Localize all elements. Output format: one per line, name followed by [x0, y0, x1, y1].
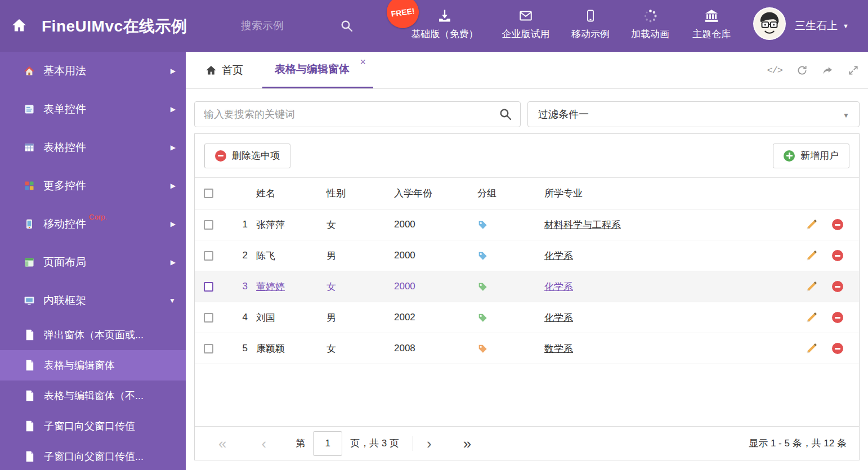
sidebar-item-iframe[interactable]: 内联框架 ▼ [0, 281, 186, 320]
row-number: 3 [230, 281, 248, 292]
forward-icon[interactable] [822, 65, 834, 76]
cell-year: 2008 [388, 343, 473, 354]
edit-icon[interactable] [806, 219, 817, 230]
table-row-selected[interactable]: 3 董婷婷 女 2000 化学系 [195, 271, 859, 302]
edit-icon[interactable] [806, 343, 817, 354]
nav-theme-repo[interactable]: 主题仓库 [684, 7, 739, 47]
column-header-group[interactable]: 分组 [473, 187, 538, 200]
search-icon[interactable] [499, 108, 512, 121]
add-user-button[interactable]: 新增用户 [773, 144, 849, 168]
user-menu[interactable]: 三生石上 ▼ [795, 0, 849, 52]
sidebar-item-label: 表格控件 [43, 140, 86, 155]
row-checkbox[interactable] [204, 344, 213, 353]
table-row[interactable]: 5 康颖颖 女 2008 数学系 [195, 333, 859, 364]
sidebar-item-page-layout[interactable]: 页面布局 ▶ [0, 243, 186, 281]
select-all-checkbox[interactable] [204, 189, 213, 198]
button-label: 新增用户 [800, 149, 839, 162]
pager-first-icon[interactable]: « [218, 436, 226, 451]
delete-icon[interactable] [832, 281, 843, 292]
cell-name: 张萍萍 [248, 218, 321, 231]
fullscreen-icon[interactable] [848, 65, 859, 76]
table-row[interactable]: 4 刘国 男 2002 化学系 [195, 302, 859, 333]
delete-icon[interactable] [832, 312, 843, 323]
filter-dropdown[interactable]: 过滤条件一 ▼ [527, 101, 860, 127]
major-link[interactable]: 化学系 [544, 311, 573, 324]
code-icon[interactable]: </> [767, 65, 782, 76]
row-checkbox[interactable] [204, 282, 213, 292]
sidebar-item-mobile-controls[interactable]: 移动控件 Corp. ▶ [0, 205, 186, 243]
major-link[interactable]: 数学系 [544, 342, 573, 355]
pager-last-icon[interactable]: » [463, 436, 471, 451]
column-header-name[interactable]: 姓名 [248, 187, 321, 200]
row-checkbox[interactable] [204, 251, 213, 261]
major-link[interactable]: 材料科学与工程系 [544, 218, 621, 231]
edit-icon[interactable] [806, 250, 817, 261]
sidebar-subitem-popup-window[interactable]: 弹出窗体（本页面或... [0, 320, 186, 350]
nav-label: 基础版（免费） [411, 28, 478, 41]
caret-down-icon: ▼ [843, 111, 849, 119]
cell-year: 2002 [388, 312, 473, 323]
sidebar-subitem-child-to-parent[interactable]: 子窗口向父窗口传值 [0, 411, 186, 441]
tag-icon [477, 343, 487, 353]
tab-label: 首页 [222, 63, 243, 78]
delete-icon[interactable] [832, 343, 843, 354]
sidebar-item-label: 基本用法 [43, 64, 86, 78]
major-link[interactable]: 化学系 [544, 280, 573, 293]
tab-grid-edit-window[interactable]: 表格与编辑窗体 × [262, 52, 373, 88]
nav-enterprise-trial[interactable]: 企业版试用 [493, 7, 559, 47]
sidebar-subitem-grid-edit-window[interactable]: 表格与编辑窗体 [0, 350, 186, 381]
tag-icon [477, 250, 487, 261]
phone-icon [24, 218, 35, 230]
bank-icon [704, 7, 719, 24]
nav-mobile-demo[interactable]: 移动示例 [563, 7, 618, 47]
delete-selected-button[interactable]: 删除选中项 [204, 144, 290, 168]
pager-next-icon[interactable]: › [427, 436, 432, 451]
refresh-icon[interactable] [797, 65, 808, 76]
delete-icon[interactable] [832, 219, 843, 230]
row-checkbox[interactable] [204, 313, 213, 323]
sidebar-item-grid-controls[interactable]: 表格控件 ▶ [0, 128, 186, 167]
layout-icon [24, 257, 35, 268]
major-link[interactable]: 化学系 [544, 249, 573, 262]
tab-toolbar: </> [767, 52, 859, 89]
keyword-search-input[interactable] [194, 101, 521, 127]
delete-icon[interactable] [832, 250, 843, 261]
search-icon[interactable] [340, 19, 354, 33]
table-row[interactable]: 2 陈飞 男 2000 化学系 [195, 240, 859, 271]
column-header-gender[interactable]: 性别 [321, 187, 388, 200]
nav-label: 主题仓库 [692, 28, 731, 41]
table-row[interactable]: 1 张萍萍 女 2000 材料科学与工程系 [195, 209, 859, 240]
sidebar-subitem-child-to-parent-2[interactable]: 子窗口向父窗口传值... [0, 441, 186, 470]
sidebar-subitem-label: 表格与编辑窗体 [44, 359, 115, 372]
pager-prev-icon[interactable]: ‹ [261, 436, 266, 451]
content-area: 过滤条件一 ▼ 删除选中项 新增用户 姓名 性别 入学年份 [186, 89, 868, 460]
header-search-input[interactable] [241, 15, 331, 37]
nav-loading-animation[interactable]: 加载动画 [623, 7, 677, 47]
file-icon [25, 420, 34, 432]
close-icon[interactable]: × [360, 57, 366, 67]
column-header-year[interactable]: 入学年份 [388, 187, 473, 200]
edit-icon[interactable] [806, 281, 817, 292]
row-number: 5 [230, 343, 248, 354]
table-header-row: 姓名 性别 入学年份 分组 所学专业 [195, 178, 859, 209]
mobile-icon [584, 7, 597, 24]
row-number: 2 [230, 250, 248, 261]
sidebar-item-basic-usage[interactable]: 基本用法 ▶ [0, 52, 186, 90]
page-number-input[interactable] [313, 431, 342, 456]
cell-gender: 女 [321, 280, 388, 293]
sidebar-subitem-grid-edit-window-2[interactable]: 表格与编辑窗体（不... [0, 381, 186, 411]
column-header-major[interactable]: 所学专业 [538, 187, 790, 200]
pager-divider [413, 436, 413, 451]
sidebar-subitem-label: 子窗口向父窗口传值 [44, 419, 135, 433]
sidebar-item-form-controls[interactable]: 表单控件 ▶ [0, 90, 186, 128]
tag-icon [477, 281, 487, 292]
row-checkbox[interactable] [204, 220, 213, 230]
home-icon[interactable] [11, 17, 27, 33]
sidebar-item-more-controls[interactable]: 更多控件 ▶ [0, 167, 186, 205]
sidebar-item-label: 页面布局 [43, 255, 86, 270]
edit-icon[interactable] [806, 312, 817, 323]
tab-home[interactable]: 首页 [205, 52, 243, 88]
sidebar-item-label: 更多控件 [43, 178, 86, 193]
chevron-right-icon: ▶ [171, 105, 176, 113]
avatar[interactable] [753, 7, 786, 40]
